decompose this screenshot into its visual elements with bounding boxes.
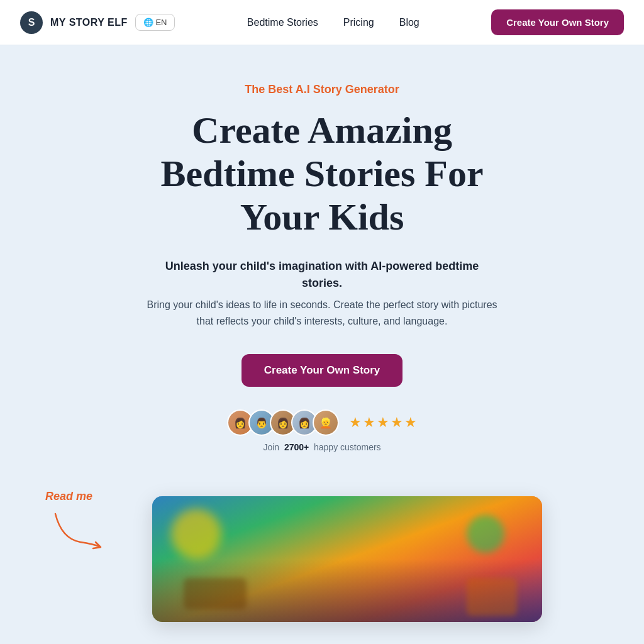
hero-title-line1: Create Amazing (192, 109, 452, 151)
nav-link-pricing[interactable]: Pricing (343, 17, 374, 28)
logo-circle: S (20, 11, 43, 34)
nav-link-bedtime-stories[interactable]: Bedtime Stories (247, 17, 318, 28)
brand-name: MY STORY ELF (50, 17, 128, 28)
happy-text: happy customers (314, 442, 381, 452)
social-proof: 👩 👨 👩 👩 👱 ★ ★ ★ ★ ★ (227, 409, 417, 452)
hero-subtitle: Unleash your child's imagination with AI… (146, 258, 498, 292)
story-preview-image (152, 496, 542, 622)
customer-count: 2700+ (284, 442, 309, 452)
language-button[interactable]: 🌐 EN (135, 14, 175, 31)
customer-avatars: 👩 👨 👩 👩 👱 (227, 409, 339, 436)
hero-tag: The Best A.I Story Generator (245, 83, 399, 96)
avatar-5: 👱 (313, 409, 339, 436)
navbar: S MY STORY ELF 🌐 EN Bedtime Stories Pric… (0, 0, 644, 45)
hero-title-line3: Your Kids (240, 196, 404, 238)
read-me-section: Read me (0, 484, 644, 622)
star-5: ★ (404, 414, 417, 431)
nav-cta-button[interactable]: Create Your Own Story (491, 9, 624, 35)
hero-title-line2: Bedtime Stories For (160, 153, 483, 194)
join-text: Join (263, 442, 279, 452)
read-me-arrow-icon (49, 508, 106, 554)
nav-link-blog[interactable]: Blog (399, 17, 419, 28)
nav-links: Bedtime Stories Pricing Blog (247, 17, 419, 28)
hero-description: Bring your child's ideas to life in seco… (146, 297, 498, 329)
star-2: ★ (363, 414, 375, 431)
star-1: ★ (349, 414, 362, 431)
star-4: ★ (391, 414, 403, 431)
hero-section: The Best A.I Story Generator Create Amaz… (0, 45, 644, 477)
hero-title: Create Amazing Bedtime Stories For Your … (160, 109, 483, 239)
read-me-label: Read me (45, 490, 92, 503)
hero-cta-button[interactable]: Create Your Own Story (242, 354, 403, 387)
star-3: ★ (377, 414, 389, 431)
star-rating: ★ ★ ★ ★ ★ (349, 414, 417, 431)
logo-letter: S (28, 17, 35, 28)
nav-left: S MY STORY ELF 🌐 EN (20, 11, 175, 34)
social-proof-text: Join 2700+ happy customers (263, 442, 380, 452)
